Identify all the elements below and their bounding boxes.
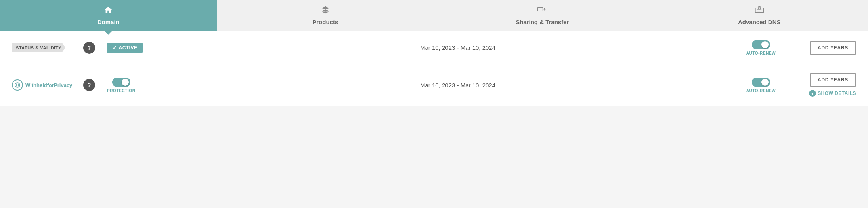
status-help-col: ? <box>83 42 107 54</box>
tab-domain[interactable]: Domain <box>0 0 217 31</box>
dns-icon <box>755 6 764 16</box>
status-add-years-button[interactable]: ADD YEARS <box>810 41 856 55</box>
tab-products-label: Products <box>312 19 338 25</box>
status-dates-text: Mar 10, 2023 - Mar 10, 2024 <box>420 44 495 51</box>
privacy-date-range: Mar 10, 2023 - Mar 10, 2024 <box>186 82 729 89</box>
tab-advanced-dns[interactable]: Advanced DNS <box>651 0 868 31</box>
status-autorenew-toggle[interactable] <box>752 40 770 49</box>
privacy-label-col: WithheldforPrivacy <box>12 79 83 91</box>
tab-advanced-dns-label: Advanced DNS <box>738 19 781 25</box>
status-autorenew-label: AUTO-RENEW <box>746 51 776 55</box>
status-label-col: STATUS & VALIDITY <box>12 43 83 52</box>
privacy-dates-text: Mar 10, 2023 - Mar 10, 2024 <box>420 82 495 89</box>
show-details-text: SHOW DETAILS <box>818 91 856 96</box>
privacy-help-button[interactable]: ? <box>83 79 95 91</box>
transfer-icon <box>537 6 547 16</box>
active-badge-label: ACTIVE <box>119 45 137 51</box>
privacy-toggle-wrap: PROTECTION <box>107 78 136 93</box>
privacy-autorenew-label: AUTO-RENEW <box>746 89 776 93</box>
svg-point-3 <box>759 8 760 9</box>
status-autorenew-col: AUTO-RENEW <box>729 40 793 55</box>
svg-rect-1 <box>755 8 763 13</box>
home-icon <box>104 6 113 16</box>
active-badge: ACTIVE <box>107 43 143 53</box>
show-details-icon: ▾ <box>809 90 816 97</box>
tab-products[interactable]: Products <box>217 0 434 31</box>
privacy-autorenew-col: AUTO-RENEW <box>729 78 793 93</box>
privacy-logo: WithheldforPrivacy <box>12 79 83 91</box>
tab-sharing-transfer-label: Sharing & Transfer <box>516 19 569 25</box>
privacy-autorenew-toggle[interactable] <box>752 78 770 87</box>
status-validity-label: STATUS & VALIDITY <box>12 43 65 52</box>
status-badge-col: ACTIVE <box>107 43 186 53</box>
tab-domain-label: Domain <box>98 19 119 25</box>
status-validity-row: STATUS & VALIDITY ? ACTIVE Mar 10, 2023 … <box>0 31 868 64</box>
privacy-row: WithheldforPrivacy ? PROTECTION Mar 10, … <box>0 64 868 106</box>
status-help-button[interactable]: ? <box>83 42 95 54</box>
products-icon <box>321 6 330 16</box>
privacy-protection-toggle[interactable] <box>112 78 130 87</box>
tab-navigation: Domain Products Sharing & Transfer <box>0 0 868 31</box>
status-date-range: Mar 10, 2023 - Mar 10, 2024 <box>186 44 729 51</box>
svg-rect-0 <box>538 8 543 11</box>
show-details-link[interactable]: ▾ SHOW DETAILS <box>809 90 856 97</box>
privacy-help-col: ? <box>83 79 107 91</box>
privacy-add-years-button[interactable]: ADD YEARS <box>810 73 856 87</box>
privacy-protection-label: PROTECTION <box>107 89 136 93</box>
main-content: STATUS & VALIDITY ? ACTIVE Mar 10, 2023 … <box>0 31 868 106</box>
privacy-icon <box>12 79 23 91</box>
privacy-action-col: ADD YEARS ▾ SHOW DETAILS <box>793 73 856 97</box>
status-action-col: ADD YEARS <box>793 41 856 55</box>
privacy-logo-text: WithheldforPrivacy <box>25 82 72 88</box>
tab-sharing-transfer[interactable]: Sharing & Transfer <box>434 0 651 31</box>
privacy-status-col: PROTECTION <box>107 78 186 93</box>
